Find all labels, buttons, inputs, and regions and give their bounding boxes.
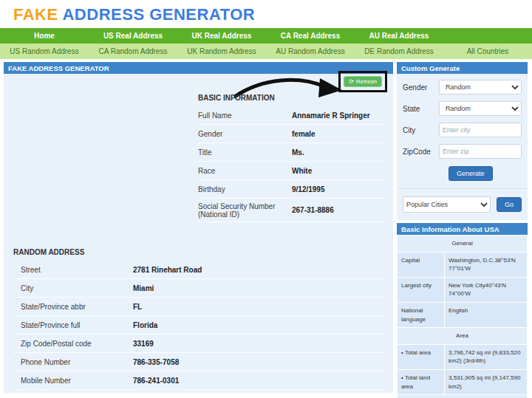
field-label: Birthday	[198, 185, 292, 193]
table-row: Zip Code/Postal code 33169	[13, 334, 386, 353]
table-row: Gender female	[198, 125, 384, 143]
divider	[397, 188, 528, 189]
table-row: Capital Washington, D.C.38°53′N 77°01′W	[398, 252, 528, 277]
nav-uk-random-address[interactable]: UK Random Address	[177, 44, 266, 59]
nav-ca-real-address[interactable]: CA Real Address	[266, 28, 355, 44]
field-value: FL	[133, 303, 386, 311]
nav-us-random-address[interactable]: US Random Address	[0, 44, 89, 59]
usa-info-title: Basic Information About USA	[397, 223, 528, 235]
table-row: Street 2781 Rinehart Road	[13, 261, 386, 279]
field-label: Title	[198, 148, 292, 157]
table-row: State/Province abbr FL	[13, 298, 386, 316]
field-label: Capital	[398, 252, 445, 277]
field-value: White	[292, 167, 384, 175]
generate-button[interactable]: Generate	[449, 166, 493, 181]
field-label: Zip Code/Postal code	[13, 340, 133, 348]
random-address-title: RANDOM ADDRESS	[13, 248, 386, 256]
field-label: Race	[198, 167, 292, 175]
field-value: 3,796,742 sq mi (9,833,520 km2) (3rd/4th…	[445, 344, 528, 369]
field-label: Street	[13, 266, 133, 274]
table-row: Race White	[198, 162, 384, 180]
nav-uk-real-address[interactable]: UK Real Address	[177, 28, 266, 44]
field-value: female	[292, 130, 384, 138]
field-label: Largest city	[398, 277, 445, 302]
nav-all-countries[interactable]: All Countries	[443, 44, 532, 59]
field-label: Gender	[198, 130, 292, 138]
field-label: Mobile Number	[13, 377, 133, 385]
basic-information-section: BASIC INFORMATION Full Name Annamarie R …	[198, 94, 384, 222]
custom-generate-body: Gender Random State Random City ZipCo	[397, 74, 528, 220]
generator-panel: FAKE ADDRESS GENERATOR ⟳ Refresh BASIC I…	[4, 62, 393, 393]
field-label: Full Name	[198, 111, 292, 120]
nav-home[interactable]: Home	[0, 28, 89, 44]
refresh-button-label: Refresh	[356, 78, 377, 85]
state-select[interactable]: Random	[439, 101, 522, 116]
nav-spacer	[443, 28, 532, 44]
city-input[interactable]	[439, 123, 522, 137]
field-value: 33169	[133, 340, 386, 348]
usa-info-table: General Capital Washington, D.C.38°53′N …	[397, 235, 528, 398]
generator-panel-body: ⟳ Refresh BASIC INFORMATION Full Name An…	[4, 74, 393, 393]
site-title: FAKE ADDRESS GENERATOR	[0, 0, 532, 28]
nav-au-random-address[interactable]: AU Random Address	[266, 44, 355, 59]
random-address-section: RANDOM ADDRESS Street 2781 Rinehart Road…	[13, 248, 386, 390]
refresh-button[interactable]: ⟳ Refresh	[344, 76, 382, 87]
field-value: Miami	[133, 284, 386, 292]
field-label: State/Province full	[13, 321, 133, 329]
section-label: General	[398, 236, 528, 253]
field-label: City	[13, 284, 133, 292]
table-row: • Total land area 3,531,905 sq mi (9,147…	[398, 369, 528, 394]
field-value: New York City40°43′N 74°00′W	[445, 277, 528, 302]
site-title-orange: FAKE	[13, 5, 58, 24]
site-title-blue: ADDRESS GENERATOR	[62, 5, 255, 24]
gender-select[interactable]: Random	[439, 80, 522, 95]
custom-generate-panel: Custom Generate Gender Random State Rand…	[397, 62, 528, 220]
field-value: 786-335-7058	[133, 358, 386, 366]
table-row: Mobile Number 786-241-0301	[13, 371, 386, 390]
table-row: Full Name Annamarie R Springer	[198, 106, 384, 125]
table-section-row: General	[398, 236, 528, 253]
section-label: Area	[398, 328, 528, 345]
field-value: 9/12/1995	[292, 185, 384, 193]
nav-ca-random-address[interactable]: CA Random Address	[89, 44, 177, 59]
table-row: State/Province full Florida	[13, 316, 386, 334]
field-value: Washington, D.C.38°53′N 77°01′W	[445, 252, 528, 277]
nav-us-real-address[interactable]: US Real Address	[89, 28, 177, 44]
field-value: Florida	[133, 321, 386, 329]
primary-nav: Home US Real Address UK Real Address CA …	[0, 28, 532, 44]
table-row: Phone Number 786-335-7058	[13, 353, 386, 371]
field-value: 3,531,905 sq mi (9,147,590 km2)	[445, 369, 528, 394]
field-label: • Total area	[398, 344, 445, 369]
field-label: State/Province abbr	[13, 303, 133, 311]
go-button[interactable]: Go	[497, 197, 522, 212]
field-value: Ms.	[292, 148, 384, 157]
gender-label: Gender	[403, 83, 439, 92]
field-label: • Total land area	[398, 369, 445, 394]
section-label: Population	[398, 395, 528, 398]
field-value: Annamarie R Springer	[292, 111, 384, 120]
usa-info-panel: Basic Information About USA General Capi…	[397, 223, 528, 398]
custom-generate-title: Custom Generate	[397, 62, 528, 74]
popular-cities-select[interactable]: Popular Cities	[403, 196, 491, 213]
field-label: Phone Number	[13, 358, 133, 366]
table-row: Largest city New York City40°43′N 74°00′…	[398, 277, 528, 302]
refresh-annotation-box: ⟳ Refresh	[338, 71, 387, 92]
refresh-icon: ⟳	[349, 78, 354, 85]
zipcode-label: ZipCode	[403, 148, 439, 156]
field-label: Social Security Number (National ID)	[198, 202, 292, 219]
nav-de-random-address[interactable]: DE Random Address	[355, 44, 443, 59]
field-value: English	[445, 302, 528, 327]
table-row: City Miami	[13, 279, 386, 298]
generator-panel-title: FAKE ADDRESS GENERATOR	[4, 62, 393, 74]
sidebar: Custom Generate Gender Random State Rand…	[397, 62, 528, 398]
secondary-nav: US Random Address CA Random Address UK R…	[0, 44, 532, 59]
zipcode-input[interactable]	[439, 144, 522, 159]
city-label: City	[403, 126, 439, 134]
field-value: 267-31-8886	[292, 206, 384, 214]
table-section-row: Population	[398, 395, 528, 398]
table-row: Social Security Number (National ID) 267…	[198, 199, 384, 222]
table-section-row: Area	[398, 328, 528, 345]
nav-au-real-address[interactable]: AU Real Address	[355, 28, 443, 44]
table-row: National language English	[398, 302, 528, 327]
table-row: Title Ms.	[198, 143, 384, 162]
